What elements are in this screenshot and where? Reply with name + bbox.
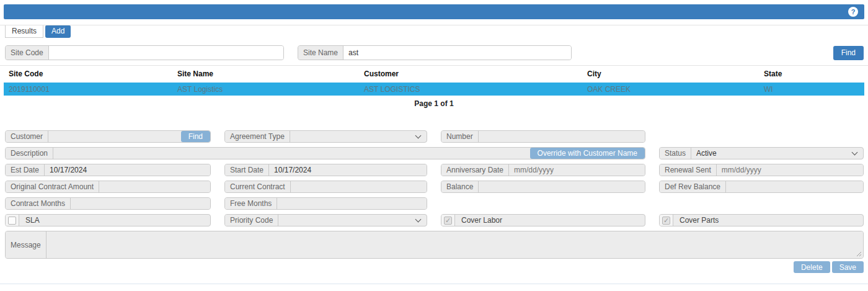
free-months-label: Free Months bbox=[225, 198, 277, 209]
status-label: Status bbox=[660, 148, 691, 159]
contract-months-field: Contract Months bbox=[5, 197, 211, 210]
help-icon[interactable]: ? bbox=[848, 7, 858, 17]
current-contract-input[interactable] bbox=[291, 181, 427, 192]
sla-checkbox[interactable] bbox=[8, 217, 16, 225]
cover-parts-field: Cover Parts bbox=[659, 214, 864, 226]
original-contract-amount-label: Original Contract Amount bbox=[6, 181, 99, 192]
agreement-form: Customer Find Agreement Type Number Desc… bbox=[5, 130, 864, 273]
start-date-input[interactable] bbox=[269, 164, 427, 176]
renewal-sent-field: Renewal Sent bbox=[659, 164, 864, 176]
pagination: Page 1 of 1 bbox=[0, 99, 868, 108]
message-field: Message bbox=[5, 231, 864, 259]
priority-code-label: Priority Code bbox=[225, 215, 278, 226]
agreement-type-value bbox=[290, 131, 416, 142]
cover-labor-checkbox-addon bbox=[441, 215, 455, 226]
cell-customer: AST LOGISTICS bbox=[364, 85, 587, 94]
cell-state: WI bbox=[764, 85, 864, 94]
def-rev-balance-label: Def Rev Balance bbox=[660, 181, 726, 192]
site-name-input[interactable] bbox=[343, 46, 571, 60]
chevron-down-icon bbox=[852, 150, 858, 156]
message-textarea[interactable] bbox=[46, 231, 863, 258]
spacer bbox=[441, 197, 645, 210]
table-header-row: Site Code Site Name Customer City State bbox=[0, 65, 868, 81]
site-code-input[interactable] bbox=[49, 46, 283, 60]
spacer bbox=[659, 197, 864, 210]
status-select[interactable]: Status Active bbox=[659, 147, 864, 159]
cover-parts-checkbox[interactable] bbox=[662, 217, 670, 225]
number-input[interactable] bbox=[479, 131, 645, 142]
cell-city: OAK CREEK bbox=[587, 85, 764, 94]
start-date-field: Start Date bbox=[224, 164, 427, 176]
column-header-site-name: Site Name bbox=[177, 69, 364, 78]
cover-parts-label: Cover Parts bbox=[673, 215, 725, 226]
search-row: Site Code Site Name Find bbox=[5, 45, 864, 60]
site-code-field: Site Code bbox=[5, 45, 284, 60]
number-label: Number bbox=[441, 131, 479, 142]
save-button[interactable]: Save bbox=[832, 261, 864, 273]
renewal-sent-label: Renewal Sent bbox=[660, 164, 717, 176]
tab-add[interactable]: Add bbox=[45, 25, 71, 38]
resize-handle-icon[interactable] bbox=[856, 251, 862, 257]
current-contract-label: Current Contract bbox=[225, 181, 291, 192]
original-contract-amount-input[interactable] bbox=[99, 181, 210, 192]
contract-months-label: Contract Months bbox=[6, 198, 71, 209]
original-contract-amount-field: Original Contract Amount bbox=[5, 181, 211, 193]
current-contract-field: Current Contract bbox=[224, 181, 427, 193]
cover-labor-label: Cover Labor bbox=[455, 215, 508, 226]
find-button[interactable]: Find bbox=[833, 46, 864, 60]
cover-labor-checkbox[interactable] bbox=[444, 217, 452, 225]
def-rev-balance-input[interactable] bbox=[726, 181, 863, 192]
est-date-field: Est Date bbox=[5, 164, 211, 176]
sla-checkbox-addon bbox=[6, 215, 19, 226]
action-buttons: Delete Save bbox=[5, 261, 864, 273]
bottom-divider bbox=[0, 284, 868, 284]
balance-input[interactable] bbox=[479, 181, 645, 192]
contract-months-input[interactable] bbox=[71, 198, 210, 209]
chevron-down-icon bbox=[415, 133, 422, 139]
site-name-field: Site Name bbox=[298, 45, 572, 60]
priority-code-select[interactable]: Priority Code bbox=[224, 214, 427, 226]
anniversary-date-label: Anniversary Date bbox=[441, 164, 509, 176]
customer-find-button[interactable]: Find bbox=[181, 131, 210, 142]
cover-labor-field: Cover Labor bbox=[441, 214, 645, 226]
customer-field: Customer Find bbox=[5, 130, 211, 143]
description-field: Description Override with Customer Name bbox=[5, 147, 645, 159]
est-date-input[interactable] bbox=[45, 164, 210, 176]
priority-code-value bbox=[278, 215, 416, 226]
description-label: Description bbox=[6, 148, 53, 159]
sla-label: SLA bbox=[19, 215, 46, 226]
cell-site-name: AST Logistics bbox=[177, 85, 364, 94]
number-field: Number bbox=[441, 130, 645, 143]
renewal-sent-input[interactable] bbox=[717, 164, 863, 176]
column-header-site-code: Site Code bbox=[9, 69, 177, 78]
est-date-label: Est Date bbox=[6, 164, 45, 176]
customer-input[interactable] bbox=[48, 131, 181, 142]
spacer bbox=[659, 130, 864, 143]
customer-label: Customer bbox=[6, 131, 48, 142]
tab-results[interactable]: Results bbox=[5, 25, 43, 38]
results-table: Site Code Site Name Customer City State … bbox=[0, 65, 868, 108]
delete-button[interactable]: Delete bbox=[794, 261, 830, 273]
def-rev-balance-field: Def Rev Balance bbox=[659, 181, 864, 193]
status-value: Active bbox=[691, 148, 852, 159]
override-with-customer-name-button[interactable]: Override with Customer Name bbox=[530, 148, 645, 159]
anniversary-date-input[interactable] bbox=[509, 164, 645, 176]
table-row[interactable]: 2019110001 AST Logistics AST LOGISTICS O… bbox=[4, 83, 864, 96]
chevron-down-icon bbox=[415, 217, 422, 223]
app-header-bar: ? bbox=[4, 4, 864, 19]
column-header-customer: Customer bbox=[364, 69, 587, 78]
start-date-label: Start Date bbox=[225, 164, 269, 176]
anniversary-date-field: Anniversary Date bbox=[441, 164, 645, 176]
column-header-state: State bbox=[764, 69, 868, 78]
site-name-label: Site Name bbox=[298, 46, 343, 60]
agreement-type-select[interactable]: Agreement Type bbox=[224, 130, 427, 143]
free-months-field: Free Months bbox=[224, 197, 427, 210]
sla-field: SLA bbox=[5, 214, 211, 226]
balance-label: Balance bbox=[441, 181, 479, 192]
description-input[interactable] bbox=[53, 148, 530, 159]
tab-strip: Results Add bbox=[0, 25, 868, 38]
cover-parts-checkbox-addon bbox=[660, 215, 673, 226]
column-header-city: City bbox=[587, 69, 764, 78]
free-months-input[interactable] bbox=[277, 198, 427, 209]
cell-site-code: 2019110001 bbox=[9, 85, 177, 94]
